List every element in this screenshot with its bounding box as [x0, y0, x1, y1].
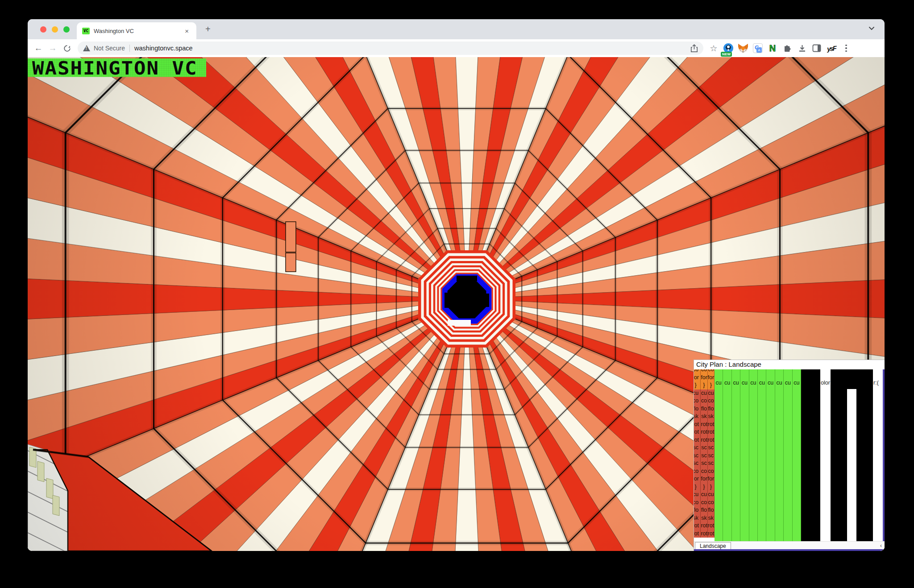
city-plan-cell: }	[694, 381, 701, 389]
city-plan-cell: sk	[708, 514, 715, 522]
city-plan-cell: cu	[708, 389, 715, 398]
green-cell-text: cu	[715, 380, 723, 386]
extensions-puzzle-icon[interactable]	[781, 42, 793, 54]
tab-close-icon[interactable]: ×	[183, 26, 191, 36]
new-tab-button[interactable]: +	[203, 25, 213, 33]
city-plan-left-columns: cofor}cucofloskrotrotrotscscsccofor}cuco…	[694, 369, 715, 541]
url-text[interactable]: washingtonvc.space	[134, 45, 690, 52]
tab-washington-vc[interactable]: VC Washington VC ×	[77, 22, 196, 39]
back-button[interactable]: ←	[32, 42, 45, 54]
city-plan-cell: co	[701, 397, 707, 405]
favicon-vc: VC	[82, 28, 90, 34]
city-plan-cell: co	[694, 499, 701, 507]
city-plan-cell: rot	[694, 530, 701, 538]
city-plan-cell: co	[708, 369, 715, 374]
n-extension-icon[interactable]: N	[767, 42, 778, 54]
city-plan-cell: co	[708, 468, 715, 476]
green-cell-text: cu	[723, 380, 731, 386]
download-icon[interactable]	[796, 42, 808, 54]
city-plan-cell: co	[701, 499, 707, 507]
share-icon[interactable]	[690, 44, 698, 53]
city-plan-cell: }	[708, 483, 715, 491]
city-plan-cell: rot	[694, 522, 701, 530]
city-plan-cell: sk	[708, 413, 715, 421]
green-cell-text: cu	[749, 380, 757, 386]
toolbar: ← → Not Secure washingtonvc.space ☆ NEW	[28, 39, 885, 57]
green-cell-text: cu	[732, 380, 740, 386]
clipped-text-column: r:(	[873, 369, 883, 541]
city-plan-cell: sc	[708, 460, 715, 468]
omnibox-divider	[129, 45, 130, 52]
city-plan-cell: co	[708, 397, 715, 405]
menu-overflow-icon[interactable]	[840, 42, 852, 54]
city-plan-cell: flo	[701, 506, 707, 514]
page-viewport: WASHINGTON VC City Plan : Landscape cofo…	[28, 57, 885, 551]
city-plan-cell: for	[694, 374, 701, 382]
city-plan-cell: sc	[701, 452, 707, 460]
browser-window: VC Washington VC × + ← → Not Secure wash…	[28, 19, 885, 551]
city-plan-cell: sc	[701, 460, 707, 468]
zoom-window-button[interactable]	[63, 26, 70, 33]
city-plan-cell: co	[694, 397, 701, 405]
panel-right-border	[883, 369, 885, 541]
tab-strip: VC Washington VC × +	[28, 19, 885, 39]
ysf-extension-icon[interactable]: ysF	[826, 42, 837, 54]
city-plan-cell: }	[694, 483, 701, 491]
city-plan-cell: sk	[694, 514, 701, 522]
three-dots-icon	[845, 45, 847, 52]
side-panel-icon[interactable]	[811, 42, 823, 54]
translate-extension-icon[interactable]: G A	[752, 42, 764, 54]
green-cell-text: cu	[740, 380, 748, 386]
city-plan-cell: cu	[701, 389, 707, 398]
green-cell-text: cu	[766, 380, 774, 386]
city-plan-cell: }	[701, 483, 707, 491]
minimize-window-button[interactable]	[52, 26, 58, 33]
close-window-button[interactable]	[40, 26, 46, 33]
city-plan-cell: sk	[701, 514, 707, 522]
city-plan-cell: rot	[701, 436, 707, 444]
address-bar[interactable]: Not Secure washingtonvc.space	[78, 41, 703, 55]
washington-vc-logo: WASHINGTON VC	[28, 58, 206, 77]
city-plan-cell: rot	[694, 428, 701, 436]
city-plan-cell: sc	[694, 460, 701, 468]
city-plan-cell: flo	[694, 506, 701, 514]
reload-button[interactable]	[61, 42, 73, 54]
city-plan-cell: rot	[708, 428, 715, 436]
sheet-scroll-left-icon[interactable]: ‹	[880, 542, 882, 549]
city-plan-cell: rot	[708, 522, 715, 530]
city-plan-cell: sc	[701, 444, 707, 452]
password-manager-extension-icon[interactable]: NEW	[723, 42, 734, 54]
city-plan-panel: City Plan : Landscape cofor}cucofloskrot…	[694, 360, 885, 551]
city-plan-cell: co	[694, 468, 701, 476]
chevron-down-icon[interactable]	[868, 26, 875, 30]
city-plan-cell: co	[701, 468, 707, 476]
bookmark-star-icon[interactable]: ☆	[708, 42, 719, 54]
green-cell-text: cu	[758, 380, 766, 386]
city-plan-cell: flo	[708, 506, 715, 514]
green-cell-text: cu	[793, 380, 801, 386]
city-plan-cell: for	[708, 374, 715, 382]
city-plan-cell: rot	[708, 421, 715, 429]
sheet-tab-landscape[interactable]: Landscape	[695, 542, 731, 550]
city-plan-cell: rot	[701, 530, 707, 538]
green-cell-text: cu	[784, 380, 792, 386]
city-plan-cell: cu	[708, 491, 715, 499]
city-plan-cell: co	[701, 369, 707, 374]
green-cell-text: cu	[775, 380, 783, 386]
city-plan-cell: rot	[708, 530, 715, 538]
metamask-extension-icon[interactable]	[737, 42, 749, 54]
city-plan-cell: cu	[694, 389, 701, 398]
city-plan-cell: sc	[708, 444, 715, 452]
city-plan-cell: for	[701, 374, 707, 382]
city-plan-sheetbar: Landscape ‹	[694, 541, 885, 550]
forward-button[interactable]: →	[46, 42, 59, 54]
city-plan-cell: }	[701, 381, 707, 389]
city-plan-cell: for	[694, 475, 701, 483]
toolbar-extensions: ☆ NEW G A N	[708, 42, 852, 54]
traffic-lights	[40, 26, 70, 33]
new-badge: NEW	[721, 52, 732, 57]
not-secure-warning-icon	[83, 45, 90, 51]
city-plan-cell: rot	[701, 421, 707, 429]
clipped-text-column: olor	[820, 369, 831, 541]
city-plan-cell: sk	[694, 413, 701, 421]
